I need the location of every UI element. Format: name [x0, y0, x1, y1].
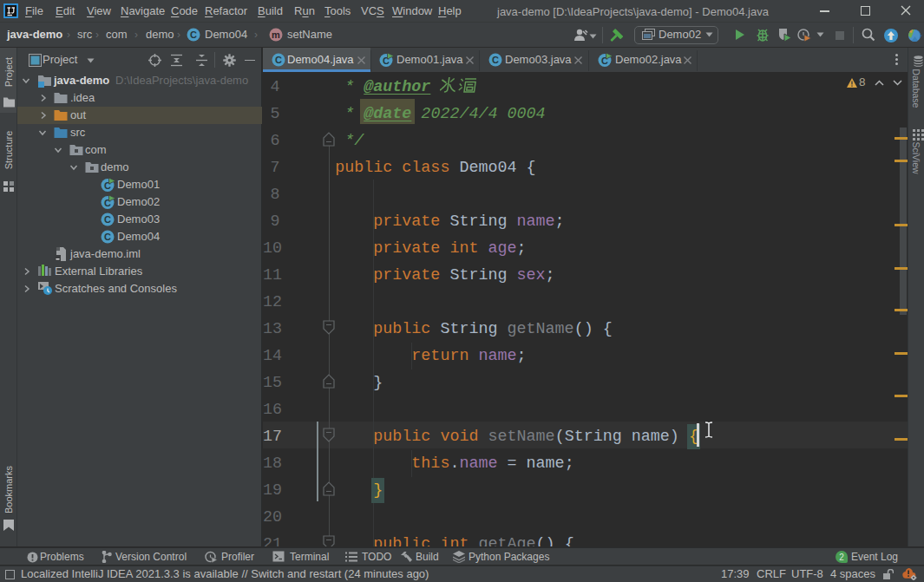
svg-text:C: C [104, 214, 111, 225]
svg-text:C: C [104, 232, 111, 242]
svg-text:2: 2 [839, 553, 844, 562]
svg-text:C: C [492, 55, 499, 65]
svg-text:C: C [190, 29, 197, 40]
svg-text:C: C [275, 55, 282, 65]
svg-text:m: m [272, 29, 280, 40]
